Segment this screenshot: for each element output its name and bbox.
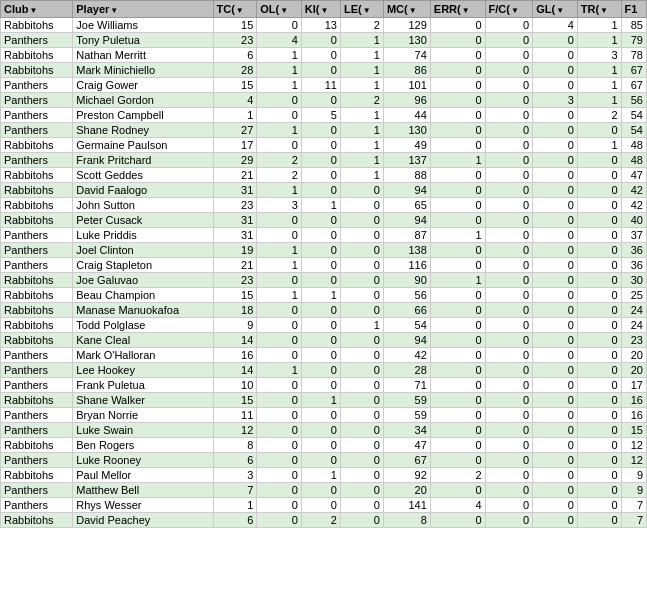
col-header-club[interactable]: Club▼ (1, 1, 73, 18)
cell-tc: 6 (213, 513, 257, 528)
cell-tc: 6 (213, 453, 257, 468)
sort-icon[interactable]: ▼ (321, 6, 329, 15)
col-header-le[interactable]: LE(▼ (340, 1, 383, 18)
cell-err: 0 (430, 378, 485, 393)
cell-gl: 0 (533, 468, 578, 483)
cell-f1: 37 (621, 228, 646, 243)
cell-club: Rabbitohs (1, 333, 73, 348)
cell-fc: 0 (485, 18, 533, 33)
cell-le: 0 (340, 438, 383, 453)
cell-le: 1 (340, 78, 383, 93)
sort-icon[interactable]: ▼ (280, 6, 288, 15)
sort-icon[interactable]: ▼ (236, 6, 244, 15)
cell-fc: 0 (485, 78, 533, 93)
sort-icon[interactable]: ▼ (462, 6, 470, 15)
cell-tr: 0 (577, 513, 621, 528)
cell-gl: 0 (533, 393, 578, 408)
cell-f1: 25 (621, 288, 646, 303)
cell-tc: 15 (213, 393, 257, 408)
cell-club: Rabbitohs (1, 288, 73, 303)
table-row: RabbitohsNathan Merritt610174000378 (1, 48, 647, 63)
cell-le: 1 (340, 48, 383, 63)
cell-club: Panthers (1, 348, 73, 363)
table-row: RabbitohsJohn Sutton2331065000042 (1, 198, 647, 213)
cell-gl: 0 (533, 63, 578, 78)
cell-mc: 86 (383, 63, 430, 78)
cell-tc: 31 (213, 213, 257, 228)
col-header-err[interactable]: ERR(▼ (430, 1, 485, 18)
cell-le: 1 (340, 123, 383, 138)
cell-f1: 12 (621, 453, 646, 468)
table-row: PanthersRhys Wesser100014140007 (1, 498, 647, 513)
cell-fc: 0 (485, 228, 533, 243)
cell-gl: 0 (533, 123, 578, 138)
cell-ki: 0 (301, 333, 340, 348)
cell-gl: 4 (533, 18, 578, 33)
sort-icon[interactable]: ▼ (29, 6, 37, 15)
sort-icon[interactable]: ▼ (409, 6, 417, 15)
col-header-fc[interactable]: F/C(▼ (485, 1, 533, 18)
col-header-mc[interactable]: MC(▼ (383, 1, 430, 18)
cell-mc: 34 (383, 423, 430, 438)
cell-ol: 0 (257, 468, 302, 483)
cell-f1: 16 (621, 393, 646, 408)
col-header-player[interactable]: Player▼ (73, 1, 213, 18)
col-header-ol[interactable]: OL(▼ (257, 1, 302, 18)
cell-club: Panthers (1, 123, 73, 138)
cell-gl: 0 (533, 453, 578, 468)
cell-mc: 87 (383, 228, 430, 243)
sort-icon[interactable]: ▼ (600, 6, 608, 15)
cell-f1: 54 (621, 123, 646, 138)
cell-le: 1 (340, 318, 383, 333)
cell-f1: 67 (621, 78, 646, 93)
cell-fc: 0 (485, 498, 533, 513)
cell-player: Craig Gower (73, 78, 213, 93)
cell-club: Rabbitohs (1, 513, 73, 528)
cell-f1: 48 (621, 138, 646, 153)
cell-fc: 0 (485, 348, 533, 363)
cell-ki: 5 (301, 108, 340, 123)
cell-player: Todd Polglase (73, 318, 213, 333)
cell-le: 0 (340, 393, 383, 408)
cell-club: Panthers (1, 33, 73, 48)
sort-icon[interactable]: ▼ (363, 6, 371, 15)
cell-player: David Peachey (73, 513, 213, 528)
cell-err: 0 (430, 483, 485, 498)
cell-ol: 0 (257, 138, 302, 153)
cell-player: Luke Priddis (73, 228, 213, 243)
cell-fc: 0 (485, 483, 533, 498)
cell-f1: 42 (621, 183, 646, 198)
cell-club: Panthers (1, 453, 73, 468)
cell-mc: 88 (383, 168, 430, 183)
table-row: PanthersPreston Campbell105144000254 (1, 108, 647, 123)
sort-icon[interactable]: ▼ (556, 6, 564, 15)
cell-le: 0 (340, 348, 383, 363)
cell-le: 0 (340, 363, 383, 378)
cell-club: Rabbitohs (1, 183, 73, 198)
cell-ol: 0 (257, 228, 302, 243)
cell-tr: 0 (577, 198, 621, 213)
cell-ki: 0 (301, 168, 340, 183)
cell-ol: 1 (257, 363, 302, 378)
col-header-gl[interactable]: GL(▼ (533, 1, 578, 18)
sort-icon[interactable]: ▼ (511, 6, 519, 15)
cell-le: 0 (340, 408, 383, 423)
cell-f1: 40 (621, 213, 646, 228)
col-header-tr[interactable]: TR(▼ (577, 1, 621, 18)
cell-tr: 0 (577, 153, 621, 168)
table-row: PanthersLuke Priddis3100087100037 (1, 228, 647, 243)
cell-f1: 78 (621, 48, 646, 63)
col-header-tc[interactable]: TC(▼ (213, 1, 257, 18)
cell-f1: 9 (621, 468, 646, 483)
cell-gl: 0 (533, 498, 578, 513)
cell-fc: 0 (485, 168, 533, 183)
cell-player: Preston Campbell (73, 108, 213, 123)
cell-player: Mark Minichiello (73, 63, 213, 78)
table-row: PanthersTony Puletua23401130000179 (1, 33, 647, 48)
cell-ki: 0 (301, 423, 340, 438)
cell-err: 0 (430, 168, 485, 183)
table-row: PanthersCraig Stapleton21100116000036 (1, 258, 647, 273)
sort-icon[interactable]: ▼ (110, 6, 118, 15)
cell-gl: 0 (533, 33, 578, 48)
col-header-ki[interactable]: KI(▼ (301, 1, 340, 18)
